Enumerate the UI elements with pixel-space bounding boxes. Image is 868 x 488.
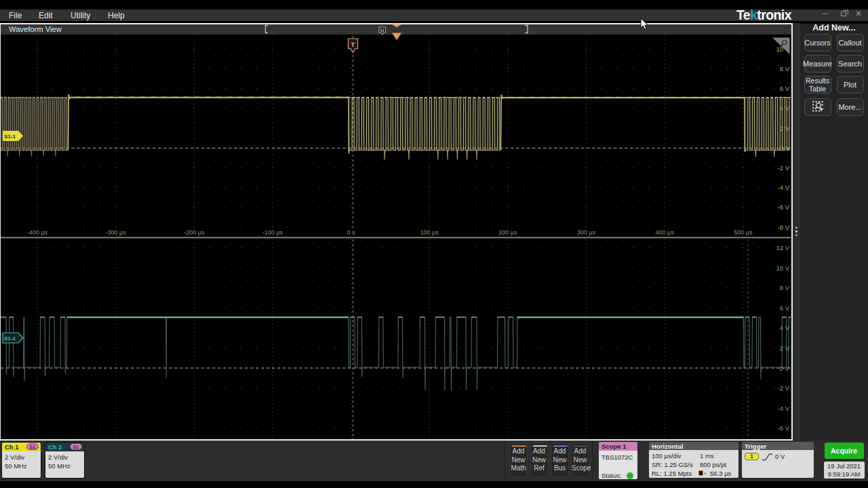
svg-text:2 V: 2 V bbox=[780, 125, 790, 132]
svg-text:10 V: 10 V bbox=[776, 264, 789, 272]
svg-text:12 V: 12 V bbox=[776, 244, 789, 251]
svg-text:100 µs: 100 µs bbox=[420, 229, 439, 236]
svg-text:S1-1: S1-1 bbox=[4, 134, 16, 140]
svg-text:T: T bbox=[351, 41, 355, 48]
svg-text:-4 V: -4 V bbox=[778, 184, 790, 191]
svg-text:200 µs: 200 µs bbox=[498, 229, 517, 236]
svg-text:500 µs: 500 µs bbox=[734, 229, 753, 236]
svg-text:S1-2: S1-2 bbox=[4, 336, 16, 342]
svg-text:4 V: 4 V bbox=[780, 104, 790, 112]
svg-text:-2 V: -2 V bbox=[778, 384, 790, 392]
svg-text:-100 µs: -100 µs bbox=[262, 229, 283, 236]
svg-text:-4 V: -4 V bbox=[778, 405, 790, 412]
svg-text:400 µs: 400 µs bbox=[656, 229, 675, 236]
svg-text:U: U bbox=[380, 27, 384, 33]
svg-text:-300 µs: -300 µs bbox=[106, 229, 127, 236]
svg-text:-8 V: -8 V bbox=[778, 224, 790, 231]
svg-text:6 V: 6 V bbox=[780, 85, 790, 92]
svg-text:0 s: 0 s bbox=[347, 229, 356, 236]
svg-text:-6 V: -6 V bbox=[778, 203, 790, 211]
svg-text:0 V: 0 V bbox=[780, 365, 790, 372]
svg-text:-6 V: -6 V bbox=[778, 424, 790, 432]
svg-text:-400 µs: -400 µs bbox=[27, 229, 48, 236]
svg-text:300 µs: 300 µs bbox=[577, 229, 596, 236]
svg-text:0 V: 0 V bbox=[780, 144, 790, 152]
svg-text:-2 V: -2 V bbox=[778, 164, 790, 171]
svg-text:6 V: 6 V bbox=[780, 304, 790, 312]
svg-text:8 V: 8 V bbox=[780, 284, 790, 291]
svg-text:8 V: 8 V bbox=[780, 65, 790, 73]
svg-text:-200 µs: -200 µs bbox=[184, 229, 205, 236]
svg-text:4 V: 4 V bbox=[780, 324, 790, 331]
svg-text:2 V: 2 V bbox=[780, 344, 790, 352]
